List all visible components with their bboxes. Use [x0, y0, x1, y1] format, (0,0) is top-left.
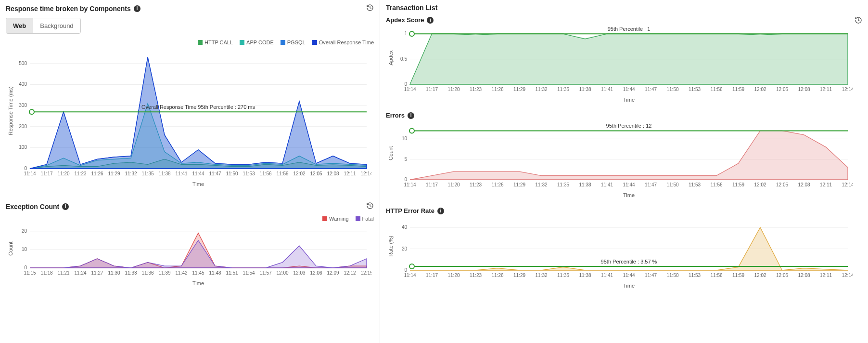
svg-text:12:06: 12:06: [310, 270, 322, 276]
svg-text:11:41: 11:41: [175, 171, 187, 176]
svg-text:12:05: 12:05: [310, 171, 322, 176]
response-time-title: Response time broken by Components: [6, 5, 131, 13]
svg-text:11:41: 11:41: [601, 182, 613, 187]
svg-text:11:41: 11:41: [601, 273, 613, 278]
svg-text:12:14: 12:14: [842, 87, 853, 92]
svg-text:12:02: 12:02: [754, 273, 766, 278]
svg-text:11:36: 11:36: [141, 270, 153, 276]
svg-text:200: 200: [19, 124, 27, 129]
svg-text:11:47: 11:47: [645, 182, 657, 187]
svg-text:11:20: 11:20: [447, 182, 460, 187]
svg-text:11:47: 11:47: [209, 171, 221, 176]
svg-text:11:44: 11:44: [623, 87, 635, 92]
svg-text:5: 5: [404, 157, 407, 162]
svg-text:12:08: 12:08: [327, 171, 339, 176]
svg-text:11:38: 11:38: [579, 87, 591, 92]
svg-text:20: 20: [402, 246, 408, 251]
svg-text:11:29: 11:29: [513, 273, 525, 278]
svg-text:11:14: 11:14: [24, 171, 36, 176]
svg-text:40: 40: [402, 224, 408, 230]
svg-text:12:14: 12:14: [842, 182, 853, 187]
svg-text:12:08: 12:08: [798, 87, 810, 92]
svg-text:12:14: 12:14: [360, 171, 371, 176]
svg-text:11:41: 11:41: [601, 87, 613, 92]
svg-text:11:24: 11:24: [74, 270, 86, 276]
svg-text:11:54: 11:54: [243, 270, 255, 276]
info-icon[interactable]: i: [134, 5, 140, 12]
svg-text:11:38: 11:38: [579, 182, 591, 187]
svg-text:11:59: 11:59: [276, 171, 288, 176]
svg-text:11:29: 11:29: [513, 87, 525, 92]
svg-text:11:30: 11:30: [108, 270, 120, 276]
svg-text:Time: Time: [623, 283, 635, 289]
svg-text:Time: Time: [192, 181, 204, 187]
svg-text:0.5: 0.5: [400, 56, 407, 62]
svg-text:11:50: 11:50: [666, 87, 678, 92]
svg-text:11:35: 11:35: [557, 182, 569, 187]
response-time-chart[interactable]: 0100200300400500Overall Response Time 95…: [6, 48, 374, 189]
svg-text:Apdex: Apdex: [388, 50, 394, 66]
svg-text:11:53: 11:53: [689, 87, 701, 92]
errors-chart[interactable]: 051095th Percentile : 1211:1411:1711:201…: [386, 122, 862, 200]
svg-text:11:56: 11:56: [710, 182, 722, 187]
svg-text:0: 0: [404, 267, 407, 273]
exception-count-chart[interactable]: 0102011:1511:1811:2111:2411:2711:3011:33…: [6, 224, 374, 289]
legend-warning[interactable]: Warning: [322, 216, 349, 222]
tab-background[interactable]: Background: [33, 18, 80, 33]
legend-overall[interactable]: Overall Response Time: [312, 40, 374, 45]
svg-point-106: [409, 128, 414, 133]
svg-text:11:17: 11:17: [426, 182, 438, 187]
legend-pgsql[interactable]: PGSQL: [281, 40, 306, 45]
svg-text:95th Percentile : 1: 95th Percentile : 1: [608, 26, 651, 32]
svg-text:11:56: 11:56: [710, 87, 722, 92]
svg-text:11:29: 11:29: [513, 182, 525, 187]
info-icon[interactable]: i: [62, 203, 69, 210]
svg-text:11:32: 11:32: [535, 87, 547, 92]
tab-web[interactable]: Web: [6, 18, 33, 33]
svg-text:Rate (%): Rate (%): [388, 236, 394, 256]
legend-fatal[interactable]: Fatal: [356, 216, 374, 222]
svg-text:12:05: 12:05: [776, 182, 788, 187]
history-icon[interactable]: [855, 16, 862, 26]
svg-text:11:32: 11:32: [535, 273, 547, 278]
errors-title: Errors: [386, 112, 405, 119]
svg-text:11:23: 11:23: [470, 182, 482, 187]
legend-http-call[interactable]: HTTP CALL: [198, 40, 233, 45]
svg-text:12:08: 12:08: [798, 273, 810, 278]
info-icon[interactable]: i: [408, 112, 414, 119]
svg-text:11:23: 11:23: [470, 87, 482, 92]
svg-text:11:53: 11:53: [689, 273, 701, 278]
svg-text:11:44: 11:44: [623, 182, 635, 187]
svg-text:11:17: 11:17: [40, 171, 52, 176]
svg-text:11:14: 11:14: [404, 273, 416, 278]
svg-text:11:26: 11:26: [491, 87, 503, 92]
svg-text:95th Percentile : 12: 95th Percentile : 12: [606, 123, 652, 129]
svg-text:11:56: 11:56: [710, 273, 722, 278]
svg-text:11:42: 11:42: [175, 270, 187, 276]
svg-text:11:23: 11:23: [470, 273, 482, 278]
svg-text:11:14: 11:14: [404, 182, 416, 187]
history-icon[interactable]: [366, 202, 374, 211]
legend-app-code[interactable]: APP CODE: [240, 40, 274, 45]
http-error-rate-chart[interactable]: 0204095th Percentile : 3.57 %11:1411:171…: [386, 217, 862, 291]
svg-text:11:35: 11:35: [557, 273, 569, 278]
svg-text:11:57: 11:57: [259, 270, 271, 276]
apdex-title: Apdex Score: [386, 16, 424, 24]
svg-text:12:11: 12:11: [820, 87, 832, 92]
svg-text:11:47: 11:47: [645, 87, 657, 92]
http-error-rate-title: HTTP Error Rate: [386, 207, 434, 214]
svg-text:1: 1: [404, 31, 407, 36]
svg-text:12:02: 12:02: [293, 171, 305, 176]
history-icon[interactable]: [366, 4, 374, 13]
svg-text:11:21: 11:21: [57, 270, 69, 276]
svg-text:11:50: 11:50: [666, 273, 678, 278]
info-icon[interactable]: i: [437, 208, 444, 214]
svg-text:11:20: 11:20: [447, 87, 460, 92]
svg-text:11:39: 11:39: [158, 270, 170, 276]
apdex-chart[interactable]: 00.5195th Percentile : 111:1411:1711:201…: [386, 26, 862, 105]
svg-text:12:11: 12:11: [344, 171, 356, 176]
info-icon[interactable]: i: [427, 17, 434, 24]
svg-text:500: 500: [19, 61, 27, 66]
svg-text:12:00: 12:00: [276, 270, 288, 276]
response-time-tabs: Web Background: [6, 18, 81, 34]
